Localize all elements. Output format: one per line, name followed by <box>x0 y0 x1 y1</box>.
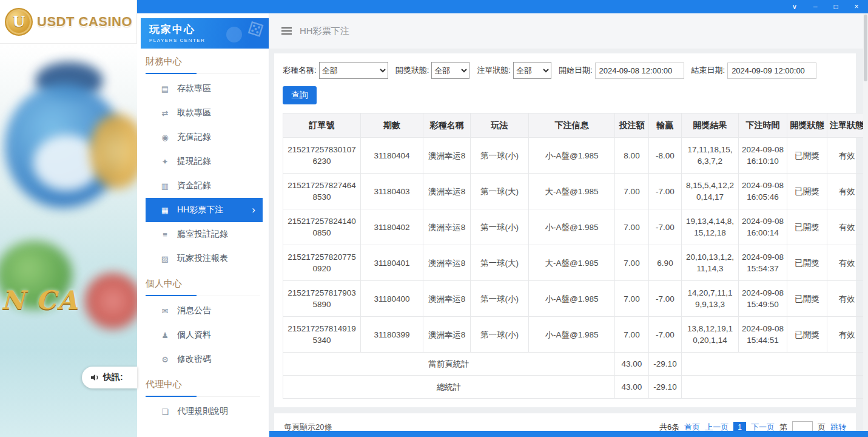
sidebar-item-label: 代理規則說明 <box>177 406 228 417</box>
table-cell: 小-A盤@1.985 <box>529 317 615 353</box>
sidebar-item-room-bet-records[interactable]: ≡ 廳室投註記錄 <box>137 222 263 246</box>
table-cell: 2152172578179035890 <box>283 281 361 317</box>
sidebar-item-label: 個人資料 <box>177 330 211 340</box>
table-cell: 有效 <box>827 138 864 174</box>
table-cell: 31180400 <box>361 281 423 317</box>
sidebar-item-funds-records[interactable]: ▥ 資金記錄 <box>137 174 263 198</box>
logo-area: U USDT CASINO <box>0 0 137 44</box>
sidebar-item-agent-rules[interactable]: ❏ 代理規則說明 <box>137 399 263 424</box>
bell-icon: ✉ <box>160 307 170 316</box>
col-header-draw-status: 開獎狀態 <box>787 113 827 138</box>
decor-circle <box>226 27 242 42</box>
table-cell: 已開獎 <box>787 245 827 281</box>
col-header-winloss: 輸贏 <box>649 113 682 138</box>
draw-status-filter-group: 開獎狀態: 全部 <box>395 62 470 79</box>
document-icon: ❏ <box>160 407 170 416</box>
table-cell: 第一球(小) <box>471 317 529 353</box>
page-title: HH彩票下注 <box>300 25 349 37</box>
start-date-label: 開始日期: <box>559 65 593 76</box>
start-date-input[interactable] <box>595 63 684 79</box>
sidebar-item-label: HH彩票下注 <box>177 205 223 215</box>
scrollbar[interactable] <box>863 13 868 431</box>
scrollbar-thumb[interactable] <box>864 15 867 81</box>
chevron-right-icon: › <box>252 204 255 216</box>
col-header-lottery: 彩種名稱 <box>423 113 471 138</box>
table-cell: 2024-09-08 15:44:51 <box>739 317 787 353</box>
table-cell: 第一球(大) <box>471 245 529 281</box>
news-ticker-label: 快訊: <box>103 372 123 383</box>
table-cell: 2024-09-08 16:00:14 <box>739 209 787 245</box>
sidebar-item-deposit[interactable]: ▤ 存款專區 <box>137 76 263 101</box>
sidebar-item-hh-lottery-bets[interactable]: ▦ HH彩票下注 › <box>146 198 263 222</box>
table-cell: 31180403 <box>361 174 423 209</box>
summary-total-empty <box>682 376 864 399</box>
search-row: 查詢 <box>274 79 856 113</box>
coin-letter: U <box>13 13 25 30</box>
hamburger-menu-icon[interactable] <box>281 30 292 32</box>
col-header-bet-status: 注單狀態 <box>827 113 864 138</box>
table-cell: 20,10,13,1,2,11,14,3 <box>682 245 739 281</box>
sidebar-item-cashout-records[interactable]: ✦ 提現記錄 <box>137 149 263 174</box>
sidebar-item-label: 消息公告 <box>177 305 211 316</box>
table-cell: 8.00 <box>615 138 649 174</box>
summary-total-bet-total: 43.00 <box>615 376 649 399</box>
sidebar-item-label: 取款專區 <box>177 107 211 118</box>
table-cell: 2152172578274648530 <box>283 174 361 209</box>
summary-total-label: 總統計 <box>283 376 615 399</box>
deposit-card-icon: ▤ <box>160 84 170 93</box>
table-cell: 第一球(大) <box>471 174 529 209</box>
sidebar: 玩家中心 PLAYERS CENTER ⚄ 財務中心 ▤ 存款專區 ⇄ 取款專區… <box>137 13 269 437</box>
sidebar-item-player-bet-report[interactable]: ▨ 玩家投注報表 <box>137 246 263 271</box>
table-cell: 31180399 <box>361 317 423 353</box>
table-cell: 有效 <box>827 209 864 245</box>
close-icon[interactable]: × <box>852 3 861 10</box>
table-cell: 澳洲幸运8 <box>423 317 471 353</box>
cashout-icon: ✦ <box>160 157 170 166</box>
sidebar-item-withdraw[interactable]: ⇄ 取款專區 <box>137 101 263 125</box>
col-header-bet-info: 下注信息 <box>529 113 615 138</box>
brand-title: USDT CASINO <box>37 14 132 30</box>
col-header-order-no: 訂單號 <box>283 113 361 138</box>
end-date-input[interactable] <box>727 63 816 79</box>
bottom-strip <box>269 431 868 437</box>
maximize-icon[interactable]: □ <box>832 3 840 10</box>
user-icon: ♟ <box>160 331 170 340</box>
sidebar-item-profile[interactable]: ♟ 個人資料 <box>137 323 263 347</box>
table-cell: 第一球(小) <box>471 209 529 245</box>
col-header-play: 玩法 <box>471 113 529 138</box>
table-cell: 有效 <box>827 281 864 317</box>
draw-status-select[interactable]: 全部 <box>431 62 469 79</box>
table-cell: -7.00 <box>649 174 682 209</box>
sidebar-item-change-password[interactable]: ⚙ 修改密碼 <box>137 347 263 371</box>
table-cell: 7.00 <box>615 174 649 209</box>
col-header-issue: 期數 <box>361 113 423 138</box>
coin-icon: ◉ <box>160 133 170 142</box>
minimize-icon[interactable]: – <box>811 3 819 10</box>
col-header-draw-result: 開獎結果 <box>682 113 739 138</box>
lottery-select[interactable]: 全部 <box>319 62 388 79</box>
bet-status-select[interactable]: 全部 <box>513 62 551 79</box>
bets-table-wrap: 訂單號 期數 彩種名稱 玩法 下注信息 投注額 輸贏 開獎結果 下注時間 開獎狀… <box>274 113 856 407</box>
filter-bar: 彩種名稱: 全部 開獎狀態: 全部 注單狀態: 全部 <box>274 53 856 79</box>
window-titlebar: ∨ – □ × <box>137 0 868 13</box>
table-cell: 2024-09-08 16:10:10 <box>739 138 787 174</box>
table-cell: 17,11,18,15,6,3,7,2 <box>682 138 739 174</box>
table-cell: 8,15,5,4,12,20,14,17 <box>682 174 739 209</box>
sidebar-item-announcements[interactable]: ✉ 消息公告 <box>137 299 263 323</box>
news-ticker-pill[interactable]: 快訊: <box>82 367 137 388</box>
sidebar-item-label: 存款專區 <box>177 83 211 94</box>
list-icon: ≡ <box>160 230 170 239</box>
table-cell: 2152172578241400850 <box>283 209 361 245</box>
promo-art-text: N CA <box>1 285 78 315</box>
table-cell: 有效 <box>827 245 864 281</box>
search-button[interactable]: 查詢 <box>283 86 317 104</box>
sidebar-item-label: 廳室投註記錄 <box>177 229 228 240</box>
sidebar-item-recharge-records[interactable]: ◉ 充值記錄 <box>137 125 263 149</box>
sidebar-item-label: 玩家投注報表 <box>177 253 228 264</box>
summary-total-win-total: -29.10 <box>649 376 682 399</box>
table-cell: -8.00 <box>649 138 682 174</box>
table-cell: 小-A盤@1.985 <box>529 138 615 174</box>
sidebar-item-label: 修改密碼 <box>177 354 211 365</box>
table-row: 215217257820775092031180401澳洲幸运8第一球(大)大-… <box>283 245 864 281</box>
chevron-down-icon[interactable]: ∨ <box>790 3 799 10</box>
